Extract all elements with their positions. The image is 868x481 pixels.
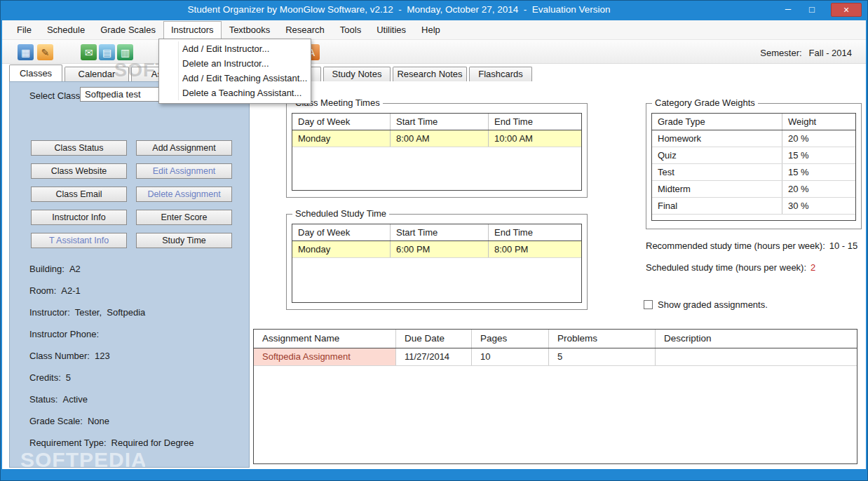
study-time-row[interactable]: Monday 6:00 PM 8:00 PM <box>292 241 581 258</box>
checkbox-icon <box>644 300 653 309</box>
assignment-pages-cell: 10 <box>472 348 549 365</box>
grade-weight-row[interactable]: Homework 20 % <box>652 130 855 147</box>
window-title: Student Organizer by MoonGlow Software, … <box>29 4 769 15</box>
assignment-row[interactable]: Softpedia Assignment 11/27/2014 10 5 <box>254 348 857 366</box>
study-time-header-row: Day of Week Start Time End Time <box>292 224 581 241</box>
menu-schedule[interactable]: Schedule <box>39 22 93 38</box>
study-time-grid: Day of Week Start Time End Time Monday 6… <box>292 224 582 303</box>
class-select-value: Softpedia test <box>85 89 141 100</box>
grade-weight-row[interactable]: Quiz 15 % <box>652 147 855 164</box>
grade-weight-row[interactable]: Test 15 % <box>652 164 855 181</box>
menu-item-add-edit-teaching-assistant[interactable]: Add / Edit Teaching Assistant... <box>159 71 311 86</box>
delete-assignment-button[interactable]: Delete Assignment <box>136 187 232 202</box>
checkbox-label: Show graded assignments. <box>658 299 768 310</box>
assignments-table: Assignment Name Due Date Pages Problems … <box>253 329 857 464</box>
menu-item-delete-instructor[interactable]: Delete an Instructor... <box>159 56 311 71</box>
assignments-header-row: Assignment Name Due Date Pages Problems … <box>254 330 857 348</box>
column-header: End Time <box>489 224 581 240</box>
column-header: Day of Week <box>292 114 391 130</box>
select-class-label: Select Class: <box>29 90 83 101</box>
column-header: Start Time <box>391 224 489 240</box>
column-header: Pages <box>472 330 549 348</box>
scheduled-study-time-group: Scheduled Study Time Day of Week Start T… <box>286 214 588 310</box>
instructors-menu-dropdown: Add / Edit Instructor... Delete an Instr… <box>158 39 311 104</box>
column-header: End Time <box>489 114 581 130</box>
semester-indicator: Semester:Fall - 2014 <box>760 48 852 58</box>
info-class-number: Class Number:123 <box>29 351 110 363</box>
info-instructor: Instructor:Tester, Softpedia <box>29 307 145 320</box>
class-email-button[interactable]: Class Email <box>31 187 127 202</box>
menu-bar: File Schedule Grade Scales Instructors T… <box>2 20 866 39</box>
window-frame-left <box>1 1 2 480</box>
scheduled-study-time-title: Scheduled Study Time <box>292 208 389 219</box>
class-status-button[interactable]: Class Status <box>31 140 127 156</box>
assignment-description-cell <box>656 348 857 365</box>
watermark: SOFTPEDIA <box>20 448 145 472</box>
schedule-grid-icon[interactable]: ▦ <box>18 44 34 60</box>
info-credits: Credits:5 <box>29 372 71 385</box>
email-icon[interactable]: ✉ <box>81 44 97 60</box>
meeting-times-grid: Day of Week Start Time End Time Monday 8… <box>292 113 582 191</box>
scheduled-study-time: Scheduled study time (hours per week):2 <box>646 262 815 273</box>
menu-grade-scales[interactable]: Grade Scales <box>93 22 163 38</box>
scheduled-hours-value: 2 <box>811 262 815 273</box>
t-assistant-info-button[interactable]: T Assistant Info <box>31 233 127 248</box>
info-instructor-phone: Instructor Phone: <box>29 329 104 341</box>
column-header: Problems <box>549 330 656 348</box>
assignment-problems-cell: 5 <box>549 348 656 365</box>
close-button[interactable]: × <box>831 3 862 17</box>
info-status: Status:Active <box>29 394 88 407</box>
column-header: Description <box>656 330 857 348</box>
class-website-button[interactable]: Class Website <box>31 163 127 179</box>
window-frame-right <box>866 1 867 480</box>
app-window: Student Organizer by MoonGlow Software, … <box>0 0 868 481</box>
assignment-name-cell: Softpedia Assignment <box>254 348 396 365</box>
tab-research-notes[interactable]: Research Notes <box>393 67 467 81</box>
show-graded-assignments-checkbox[interactable]: Show graded assignments. <box>644 299 768 310</box>
chart-notes-icon[interactable]: ▤ <box>99 44 115 60</box>
maximize-button[interactable]: □ <box>803 4 821 16</box>
window-frame-bottom <box>1 469 867 480</box>
menu-item-delete-teaching-assistant[interactable]: Delete a Teaching Assistant... <box>159 86 311 100</box>
instructor-info-button[interactable]: Instructor Info <box>31 210 127 225</box>
minimize-button[interactable]: – <box>779 4 797 16</box>
textbook-icon[interactable]: ▥ <box>117 44 133 60</box>
category-grade-weights-group: Category Grade Weights Grade Type Weight… <box>646 103 862 229</box>
column-header: Day of Week <box>292 224 391 240</box>
column-header: Due Date <box>396 330 472 348</box>
menu-item-add-edit-instructor[interactable]: Add / Edit Instructor... <box>159 41 311 56</box>
tab-classes[interactable]: Classes <box>9 65 62 81</box>
column-header: Weight <box>782 114 855 130</box>
enter-score-button[interactable]: Enter Score <box>136 210 232 225</box>
class-info-panel: Select Class: Softpedia test ▾ Class Sta… <box>9 81 250 468</box>
semester-label: Semester: <box>760 48 801 58</box>
grade-weight-row[interactable]: Final 30 % <box>652 198 855 215</box>
study-time-button[interactable]: Study Time <box>136 233 232 248</box>
edit-assignment-button[interactable]: Edit Assignment <box>136 163 232 179</box>
menu-file[interactable]: File <box>9 22 39 38</box>
column-header: Grade Type <box>652 114 782 130</box>
category-grade-weights-title: Category Grade Weights <box>652 97 758 108</box>
menu-utilities[interactable]: Utilities <box>369 22 414 38</box>
tab-study-notes[interactable]: Study Notes <box>323 67 391 81</box>
grade-weights-header-row: Grade Type Weight <box>652 114 855 130</box>
tab-flashcards[interactable]: Flashcards <box>469 67 532 81</box>
grade-weights-grid: Grade Type Weight Homework 20 % Quiz 15 … <box>651 113 856 221</box>
menu-research[interactable]: Research <box>278 22 332 38</box>
grade-weight-row[interactable]: Midterm 20 % <box>652 181 855 198</box>
add-assignment-button[interactable]: Add Assignment <box>136 140 232 156</box>
column-header: Start Time <box>391 114 489 130</box>
meeting-times-row[interactable]: Monday 8:00 AM 10:00 AM <box>292 130 581 147</box>
assignment-due-date-cell: 11/27/2014 <box>396 348 472 365</box>
menu-textbooks[interactable]: Textbooks <box>222 22 278 38</box>
menu-instructors[interactable]: Instructors <box>163 21 222 39</box>
menu-tools[interactable]: Tools <box>332 22 369 38</box>
meeting-times-header-row: Day of Week Start Time End Time <box>292 114 581 130</box>
column-header: Assignment Name <box>254 330 396 348</box>
semester-value: Fall - 2014 <box>809 48 852 58</box>
menu-help[interactable]: Help <box>414 22 448 38</box>
recommended-study-time: Recommended study time (hours per week):… <box>646 240 857 251</box>
info-grade-scale: Grade Scale:None <box>29 416 109 428</box>
class-meeting-times-group: Class Meeting Times Day of Week Start Ti… <box>286 103 588 198</box>
edit-schedule-icon[interactable]: ✎ <box>37 44 53 60</box>
